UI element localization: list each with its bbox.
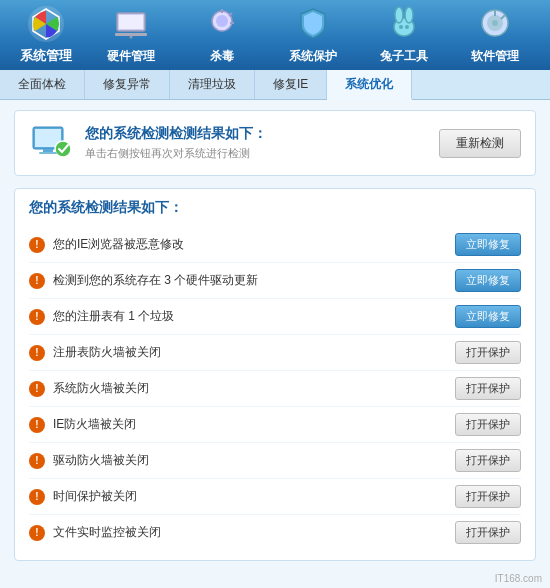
tab-full-check[interactable]: 全面体检 <box>0 70 85 99</box>
warn-icon-8: ! <box>29 525 45 541</box>
warn-icon-6: ! <box>29 453 45 469</box>
action-btn-4[interactable]: 打开保护 <box>455 377 521 400</box>
logo-icon <box>27 5 65 43</box>
result-text-7: 时间保护被关闭 <box>53 488 137 505</box>
summary-left: 您的系统检测检测结果如下： 单击右侧按钮再次对系统进行检测 <box>29 121 267 165</box>
protect-label: 系统保护 <box>289 48 337 65</box>
result-left-3: ! 注册表防火墙被关闭 <box>29 344 161 361</box>
result-row: ! 时间保护被关闭 打开保护 <box>29 479 521 515</box>
svg-point-17 <box>492 20 498 26</box>
result-row: ! 您的注册表有 1 个垃圾 立即修复 <box>29 299 521 335</box>
warn-icon-5: ! <box>29 417 45 433</box>
svg-rect-24 <box>39 152 57 154</box>
svg-rect-23 <box>43 149 53 152</box>
warn-icon-0: ! <box>29 237 45 253</box>
svg-point-13 <box>399 25 403 29</box>
result-left-8: ! 文件实时监控被关闭 <box>29 524 161 541</box>
svg-point-6 <box>216 15 228 27</box>
warn-icon-4: ! <box>29 381 45 397</box>
rabbit-label: 兔子工具 <box>380 48 428 65</box>
result-row: ! 注册表防火墙被关闭 打开保护 <box>29 335 521 371</box>
nav-item-protect[interactable]: 系统保护 <box>278 0 348 71</box>
watermark: IT168.com <box>495 573 542 584</box>
result-left-4: ! 系统防火墙被关闭 <box>29 380 149 397</box>
pc-icon <box>29 121 73 165</box>
nav-item-software[interactable]: 软件管理 <box>460 0 530 71</box>
hardware-icon <box>113 5 149 44</box>
result-row: ! 检测到您的系统存在 3 个硬件驱动更新 立即修复 <box>29 263 521 299</box>
protect-icon <box>295 5 331 44</box>
svg-point-11 <box>395 7 403 23</box>
nav-item-kill[interactable]: 杀毒 <box>187 0 257 71</box>
result-text-5: IE防火墙被关闭 <box>53 416 136 433</box>
result-left-2: ! 您的注册表有 1 个垃圾 <box>29 308 174 325</box>
action-btn-7[interactable]: 打开保护 <box>455 485 521 508</box>
result-left-0: ! 您的IE浏览器被恶意修改 <box>29 236 184 253</box>
result-left-6: ! 驱动防火墙被关闭 <box>29 452 149 469</box>
tab-bar: 全面体检修复异常清理垃圾修复IE系统优化 <box>0 70 550 100</box>
result-text-3: 注册表防火墙被关闭 <box>53 344 161 361</box>
main-content: 您的系统检测检测结果如下： 单击右侧按钮再次对系统进行检测 重新检测 您的系统检… <box>0 100 550 588</box>
software-icon <box>477 5 513 44</box>
action-btn-1[interactable]: 立即修复 <box>455 269 521 292</box>
svg-point-12 <box>405 7 413 23</box>
svg-point-4 <box>130 36 133 39</box>
result-text-2: 您的注册表有 1 个垃圾 <box>53 308 174 325</box>
action-btn-6[interactable]: 打开保护 <box>455 449 521 472</box>
logo-label: 系统管理 <box>20 47 72 65</box>
app-logo: 系统管理 <box>10 5 82 65</box>
result-text-6: 驱动防火墙被关闭 <box>53 452 149 469</box>
nav-item-rabbit[interactable]: 兔子工具 <box>369 0 439 71</box>
warn-icon-2: ! <box>29 309 45 325</box>
warn-icon-3: ! <box>29 345 45 361</box>
svg-rect-2 <box>119 15 143 29</box>
summary-banner: 您的系统检测检测结果如下： 单击右侧按钮再次对系统进行检测 重新检测 <box>14 110 536 176</box>
results-title: 您的系统检测结果如下： <box>29 199 521 217</box>
kill-icon <box>204 5 240 44</box>
result-row: ! 文件实时监控被关闭 打开保护 <box>29 515 521 550</box>
action-btn-5[interactable]: 打开保护 <box>455 413 521 436</box>
tab-clean-junk[interactable]: 清理垃圾 <box>170 70 255 99</box>
tab-repair-anomaly[interactable]: 修复异常 <box>85 70 170 99</box>
svg-point-22 <box>55 141 71 157</box>
result-text-0: 您的IE浏览器被恶意修改 <box>53 236 184 253</box>
results-card: 您的系统检测结果如下： ! 您的IE浏览器被恶意修改 立即修复 ! 检测到您的系… <box>14 188 536 561</box>
result-text-8: 文件实时监控被关闭 <box>53 524 161 541</box>
action-btn-8[interactable]: 打开保护 <box>455 521 521 544</box>
app-header: 系统管理 硬件管理 杀毒 系统保护 兔子工具 软件管理 <box>0 0 550 70</box>
action-btn-0[interactable]: 立即修复 <box>455 233 521 256</box>
summary-subtitle: 单击右侧按钮再次对系统进行检测 <box>85 146 267 161</box>
rescan-button[interactable]: 重新检测 <box>439 129 521 158</box>
action-btn-2[interactable]: 立即修复 <box>455 305 521 328</box>
result-left-7: ! 时间保护被关闭 <box>29 488 137 505</box>
result-row: ! 系统防火墙被关闭 打开保护 <box>29 371 521 407</box>
summary-title: 您的系统检测检测结果如下： <box>85 125 267 143</box>
result-row: ! 驱动防火墙被关闭 打开保护 <box>29 443 521 479</box>
tabs: 全面体检修复异常清理垃圾修复IE系统优化 <box>0 70 412 99</box>
result-text-1: 检测到您的系统存在 3 个硬件驱动更新 <box>53 272 258 289</box>
results-list: ! 您的IE浏览器被恶意修改 立即修复 ! 检测到您的系统存在 3 个硬件驱动更… <box>29 227 521 550</box>
result-row: ! IE防火墙被关闭 打开保护 <box>29 407 521 443</box>
kill-label: 杀毒 <box>210 48 234 65</box>
action-btn-3[interactable]: 打开保护 <box>455 341 521 364</box>
svg-point-14 <box>405 25 409 29</box>
result-row: ! 您的IE浏览器被恶意修改 立即修复 <box>29 227 521 263</box>
hardware-label: 硬件管理 <box>107 48 155 65</box>
top-nav: 硬件管理 杀毒 系统保护 兔子工具 软件管理 <box>86 0 540 71</box>
tab-sys-optimize[interactable]: 系统优化 <box>327 70 412 100</box>
nav-item-hardware[interactable]: 硬件管理 <box>96 0 166 71</box>
summary-text: 您的系统检测检测结果如下： 单击右侧按钮再次对系统进行检测 <box>85 125 267 161</box>
warn-icon-1: ! <box>29 273 45 289</box>
warn-icon-7: ! <box>29 489 45 505</box>
software-label: 软件管理 <box>471 48 519 65</box>
result-text-4: 系统防火墙被关闭 <box>53 380 149 397</box>
result-left-5: ! IE防火墙被关闭 <box>29 416 136 433</box>
rabbit-icon <box>386 5 422 44</box>
tab-repair-ie[interactable]: 修复IE <box>255 70 327 99</box>
result-left-1: ! 检测到您的系统存在 3 个硬件驱动更新 <box>29 272 258 289</box>
